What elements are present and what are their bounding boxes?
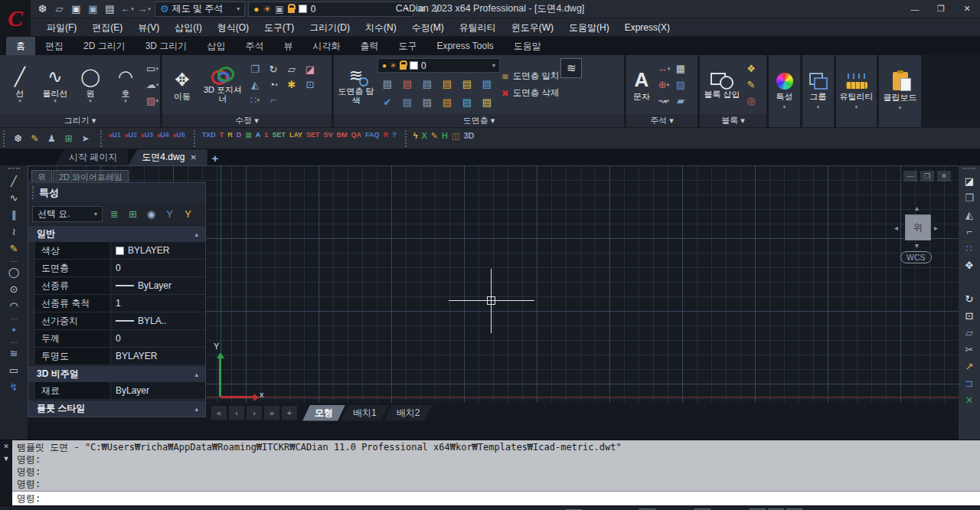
property-row[interactable]: 선종류 축척 1 bbox=[35, 295, 205, 312]
workspace-selector[interactable]: ⚙ 제도 및 주석 ▾ bbox=[155, 2, 245, 17]
panel-label-draw[interactable]: 그리기 ▾ bbox=[0, 114, 160, 127]
set-red-icon[interactable]: SET bbox=[305, 131, 321, 146]
offset-icon[interactable]: ⊡ bbox=[302, 78, 318, 92]
save-icon[interactable]: ▣ bbox=[69, 2, 84, 17]
qa-icon[interactable]: QA bbox=[351, 131, 363, 146]
layer-thaw-icon[interactable]: ▤ bbox=[459, 95, 475, 109]
ribbon-tab[interactable]: 홈 bbox=[6, 37, 35, 55]
mirror-icon[interactable]: ◭ bbox=[961, 207, 978, 223]
menu-item[interactable]: 도구(T) bbox=[257, 18, 301, 37]
menu-item[interactable]: 윈도우(W) bbox=[505, 18, 560, 37]
properties-button[interactable]: 특성▾ bbox=[769, 55, 800, 127]
layout-nav-button[interactable]: ‹ bbox=[229, 406, 244, 420]
filter-icon[interactable]: Y bbox=[162, 206, 178, 222]
layer-on-off-icon[interactable]: ▤ bbox=[459, 77, 475, 90]
layer-on-icon[interactable]: ● bbox=[253, 4, 259, 15]
group-button[interactable]: 그룹▾ bbox=[802, 55, 834, 127]
help-icon[interactable]: ? bbox=[391, 131, 397, 146]
panel-label-annotation[interactable]: 주석 ▾ bbox=[626, 114, 697, 127]
center-mark-icon[interactable]: ⊕▾ bbox=[656, 78, 671, 92]
table-icon[interactable]: ▦ bbox=[673, 62, 688, 76]
line-button[interactable]: ╱선▾ bbox=[2, 66, 38, 104]
ribbon-tab[interactable]: 도움말 bbox=[504, 37, 551, 55]
property-row[interactable]: 선종류 ByLayer bbox=[35, 277, 205, 295]
panel-label-modify[interactable]: 수정 ▾ bbox=[162, 114, 332, 127]
close-tab-icon[interactable]: ✕ bbox=[190, 153, 196, 162]
cube-up-arrow[interactable]: ▴ bbox=[915, 204, 919, 212]
menu-item[interactable]: 치수(N) bbox=[358, 18, 403, 37]
circle-button[interactable]: ◯원▾ bbox=[73, 66, 108, 104]
annotation-hatch-icon[interactable]: ▨ bbox=[673, 78, 688, 92]
doc-tool-icon[interactable]: D bbox=[236, 131, 243, 146]
edit-tool-icon[interactable]: ✎ bbox=[28, 131, 42, 146]
ribbon-tab[interactable]: 주석 bbox=[235, 37, 273, 55]
ribbon-tab[interactable]: 편집 bbox=[35, 37, 74, 55]
polyline-button[interactable]: ∿폴리선▾ bbox=[38, 66, 73, 104]
filter-quick-icon[interactable]: Y bbox=[180, 206, 196, 222]
new-tab-button[interactable]: + bbox=[207, 150, 223, 165]
stretch-icon[interactable]: ▱ bbox=[284, 63, 299, 77]
property-row[interactable]: 도면층 0 bbox=[35, 260, 205, 277]
arc-button[interactable]: ◠호▾ bbox=[108, 66, 143, 104]
menu-item[interactable]: 삽입(I) bbox=[168, 18, 208, 37]
sketch-icon[interactable]: ✎ bbox=[5, 240, 22, 257]
3d-to-2d-icon[interactable]: 3D bbox=[462, 131, 475, 146]
layout-nav-button[interactable]: › bbox=[247, 406, 262, 420]
cube-left-arrow[interactable]: ◂ bbox=[894, 224, 898, 232]
layer-vpfreeze-icon[interactable]: ▣ bbox=[275, 4, 283, 15]
attach-icon[interactable]: ◎ bbox=[743, 94, 759, 108]
menu-item[interactable]: 뷰(V) bbox=[131, 18, 166, 37]
vp-close-button[interactable]: ✕ bbox=[937, 171, 951, 181]
layer-isolate-icon[interactable]: ▤ bbox=[420, 95, 435, 109]
panel-label-layers[interactable]: 도면층 ▾ bbox=[334, 114, 624, 127]
ucs-5-icon[interactable]: aU5 bbox=[172, 131, 186, 146]
section-3d-visual[interactable]: 3D 비주얼▴ bbox=[28, 365, 205, 382]
layer-properties-icon[interactable]: ≋ bbox=[413, 2, 429, 17]
faq-icon[interactable]: FAQ bbox=[364, 131, 381, 146]
layer-dropdown[interactable]: ● ☀ 0 ▾ bbox=[377, 58, 500, 73]
unlock-icon[interactable] bbox=[288, 8, 295, 13]
app-logo[interactable]: C bbox=[0, 0, 31, 37]
ribbon-tab[interactable]: Express Tools bbox=[426, 37, 503, 55]
offset-icon[interactable]: ⌐ bbox=[961, 224, 978, 240]
undo-icon[interactable]: ←▾ bbox=[119, 2, 135, 17]
section-plot-style[interactable]: 플롯 스타일▴ bbox=[28, 400, 205, 417]
polyline-icon[interactable]: ∿ bbox=[5, 190, 22, 206]
ribbon-tab[interactable]: 출력 bbox=[350, 37, 388, 55]
close-button[interactable]: ✕ bbox=[954, 1, 980, 18]
command-scroll-icon[interactable]: ▼ bbox=[3, 455, 10, 463]
ribbon-tab[interactable]: 3D 그리기 bbox=[136, 37, 198, 55]
layer-delete-button[interactable]: ✖ 도면층 삭제 bbox=[501, 85, 559, 102]
erase-icon[interactable]: ◪ bbox=[961, 173, 978, 189]
ribbon-tab[interactable]: 도구 bbox=[388, 37, 426, 55]
text-tool-icon[interactable]: T bbox=[219, 131, 225, 146]
dimension-icon[interactable]: ↔▾ bbox=[656, 62, 671, 76]
layer-walk-icon[interactable]: ▤ bbox=[400, 95, 415, 109]
select-objects-icon[interactable]: ◉ bbox=[143, 206, 159, 222]
select-tool-icon[interactable]: ➤ bbox=[78, 131, 93, 146]
lengthen-icon[interactable]: ⊐ bbox=[961, 375, 978, 391]
table-tool-icon[interactable]: ▦ bbox=[244, 131, 253, 146]
layer-current-icon[interactable]: ✔ bbox=[380, 95, 395, 109]
r-tool-icon[interactable]: R bbox=[383, 131, 390, 146]
wipeout-icon[interactable]: ▰ bbox=[673, 94, 688, 108]
new-file-icon[interactable]: ❆ bbox=[35, 2, 51, 17]
rectangle-icon[interactable]: ▭▾ bbox=[145, 62, 160, 76]
text-button[interactable]: A 문자 bbox=[629, 69, 655, 101]
separator[interactable]: — bbox=[5, 315, 22, 321]
layer-quick-combo[interactable]: ●☀▣ 0 ▾ bbox=[248, 2, 413, 17]
erase-icon[interactable]: ◪ bbox=[302, 63, 318, 77]
layer-state-icon[interactable]: ▤ bbox=[400, 77, 415, 90]
ucs-3-icon[interactable]: aU3 bbox=[140, 131, 154, 146]
menu-item[interactable]: 편집(E) bbox=[85, 18, 129, 37]
layer-previous-icon[interactable]: ▤ bbox=[380, 77, 395, 90]
move-icon[interactable]: ✥ bbox=[961, 257, 978, 273]
save-view-icon[interactable]: SV bbox=[323, 131, 334, 146]
mline-icon[interactable]: ∥ bbox=[5, 207, 22, 223]
wcs-badge[interactable]: WCS bbox=[900, 251, 932, 263]
ucs-2-icon[interactable]: aU2 bbox=[124, 131, 138, 146]
bookmark-icon[interactable]: BM bbox=[336, 131, 348, 146]
property-row[interactable]: 색상 BYLAYER bbox=[35, 242, 205, 260]
menu-item[interactable]: 유틸리티 bbox=[452, 18, 503, 37]
section-general[interactable]: 일반▴ bbox=[28, 225, 205, 242]
